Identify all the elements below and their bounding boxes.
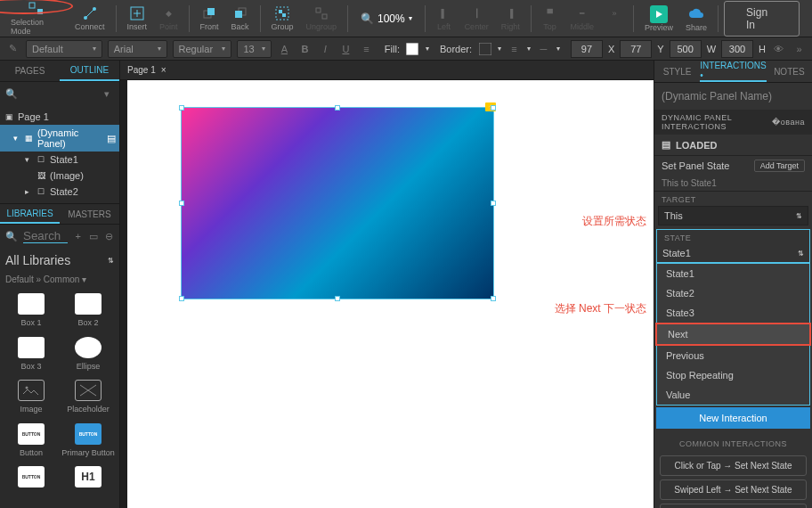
border-swatch[interactable] (477, 41, 492, 57)
dd-state3[interactable]: State3 (657, 303, 809, 323)
widget-button[interactable]: BUTTONButton (4, 420, 59, 462)
align-top-tool[interactable]: ▀Top (537, 4, 564, 33)
resize-handle[interactable] (335, 296, 340, 301)
resize-handle[interactable] (491, 201, 496, 206)
add-library-icon[interactable]: + (73, 228, 83, 244)
common-click-next[interactable]: Click or Tap → Set Next State (660, 455, 807, 476)
widget-box2[interactable]: Box 2 (61, 290, 116, 332)
options-icon[interactable]: �ована (772, 118, 805, 127)
overflow-button[interactable]: » (792, 41, 807, 57)
widget-box1[interactable]: Box 1 (4, 290, 59, 332)
outline-search[interactable] (23, 87, 94, 101)
widget-placeholder[interactable]: Placeholder (61, 376, 116, 418)
library-subset[interactable]: Default » Common ▾ (0, 273, 119, 286)
w-input[interactable] (670, 40, 702, 58)
tab-notes[interactable]: NOTES (767, 61, 812, 82)
connect-tool[interactable]: Connect (69, 4, 110, 33)
share-tool[interactable]: Share (680, 4, 712, 34)
library-selector[interactable]: All Libraries⇅ (0, 248, 119, 273)
dd-stop-repeating[interactable]: Stop Repeating (657, 365, 809, 385)
widget-extra1[interactable]: BUTTON (4, 463, 59, 504)
format-toolbar: ✎ Default▾ Arial▾ Regular▾ 13▾ A B I U ≡… (0, 37, 812, 61)
hidden-toggle[interactable]: 👁 (771, 41, 786, 57)
h-input[interactable] (721, 40, 753, 58)
x-input[interactable] (571, 40, 603, 58)
apply-style-icon[interactable]: ✎ (5, 41, 20, 57)
underline-button[interactable]: U (338, 41, 353, 57)
y-input[interactable] (620, 40, 652, 58)
zoom-control[interactable]: 🔍100%▾ (353, 12, 419, 25)
dp-name-field[interactable]: (Dynamic Panel Name) (654, 83, 812, 110)
back-tool[interactable]: Back (226, 4, 255, 33)
tree-image[interactable]: 🖼(Image) (0, 168, 119, 184)
action-set-panel-state[interactable]: Set Panel StateAdd Target (654, 156, 812, 176)
close-icon[interactable]: × (161, 65, 166, 75)
dd-state2[interactable]: State2 (657, 283, 809, 303)
bullets-button[interactable]: ≡ (359, 41, 374, 57)
widget-primary-button[interactable]: BUTTONPrimary Button (61, 420, 116, 462)
size-dropdown[interactable]: 13▾ (237, 40, 272, 58)
tab-libraries[interactable]: LIBRARIES (0, 204, 60, 224)
library-remove-icon[interactable]: ⊖ (104, 228, 114, 244)
widget-box3[interactable]: Box 3 (4, 333, 59, 375)
tree-state1[interactable]: ▾☐State1 (0, 152, 119, 168)
page-tab[interactable]: Page 1× (127, 65, 166, 75)
resize-handle[interactable] (179, 105, 184, 111)
style-dropdown[interactable]: Default▾ (26, 40, 102, 58)
border-style-button[interactable]: ─ (536, 41, 551, 57)
common-swipe-left[interactable]: Swiped Left → Set Next State (660, 479, 807, 500)
dd-previous[interactable]: Previous (657, 346, 809, 365)
front-tool[interactable]: Front (195, 4, 224, 33)
resize-handle[interactable] (335, 105, 340, 111)
tree-state2[interactable]: ▸☐State2 (0, 184, 119, 200)
widget-image[interactable]: Image (4, 376, 59, 418)
state-dropdown[interactable]: State1⇅ (657, 244, 809, 262)
widget-ellipse[interactable]: Ellipse (61, 333, 116, 375)
selected-image[interactable]: ⚡ (181, 107, 494, 299)
tree-dynamic-panel[interactable]: ▾▦(Dynamic Panel)▤ (0, 125, 119, 152)
new-interaction-button[interactable]: New Interaction (656, 407, 810, 429)
event-loaded[interactable]: ▤LOADED (654, 135, 812, 156)
dd-state1[interactable]: State1 (657, 264, 809, 283)
resize-handle[interactable] (491, 105, 496, 111)
more-tool[interactable]: » (601, 4, 628, 33)
signin-button[interactable]: Sign In (724, 1, 800, 37)
ungroup-tool[interactable]: Ungroup (301, 4, 343, 33)
preview-tool[interactable]: Preview (639, 4, 678, 34)
common-swipe-right[interactable]: Swiped Right → Set Previous State (660, 504, 807, 508)
target-dropdown[interactable]: This⇅ (658, 206, 808, 225)
tab-interactions[interactable]: INTERACTIONS • (700, 61, 766, 82)
group-tool[interactable]: Group (266, 4, 299, 33)
bold-button[interactable]: B (297, 41, 313, 57)
tab-style[interactable]: STYLE (654, 61, 700, 82)
resize-handle[interactable] (179, 201, 184, 206)
add-target-button[interactable]: Add Target (754, 160, 805, 172)
align-right-tool[interactable]: ▐Right (496, 4, 525, 33)
dp-menu-icon[interactable]: ▤ (107, 133, 116, 144)
resize-handle[interactable] (179, 296, 184, 301)
widget-h1[interactable]: H1 (61, 463, 116, 504)
tab-masters[interactable]: MASTERS (60, 204, 119, 224)
resize-handle[interactable] (491, 296, 496, 301)
fill-swatch[interactable] (405, 41, 420, 57)
point-tool[interactable]: ◆Point (154, 4, 183, 33)
border-width-button[interactable]: ≡ (507, 41, 522, 57)
weight-dropdown[interactable]: Regular▾ (173, 40, 232, 58)
align-middle-icon: ━ (574, 5, 590, 21)
canvas[interactable]: ⚡ (127, 80, 654, 508)
filter-icon[interactable]: ▾ (100, 86, 114, 102)
dd-value[interactable]: Value (657, 385, 809, 405)
library-search[interactable] (23, 229, 68, 243)
tab-outline[interactable]: OUTLINE (60, 61, 119, 81)
insert-tool[interactable]: Insert (122, 4, 153, 33)
tree-page[interactable]: ▣Page 1 (0, 109, 119, 125)
tab-pages[interactable]: PAGES (0, 61, 60, 81)
align-center-tool[interactable]: ┃Center (459, 4, 494, 33)
library-options-icon[interactable]: ▭ (88, 228, 98, 244)
dd-next[interactable]: Next (655, 323, 811, 346)
italic-button[interactable]: I (318, 41, 333, 57)
font-dropdown[interactable]: Arial▾ (108, 40, 167, 58)
align-left-tool[interactable]: ▌Left (431, 4, 458, 33)
align-middle-tool[interactable]: ━Middle (565, 4, 600, 33)
text-color-button[interactable]: A (277, 41, 292, 57)
